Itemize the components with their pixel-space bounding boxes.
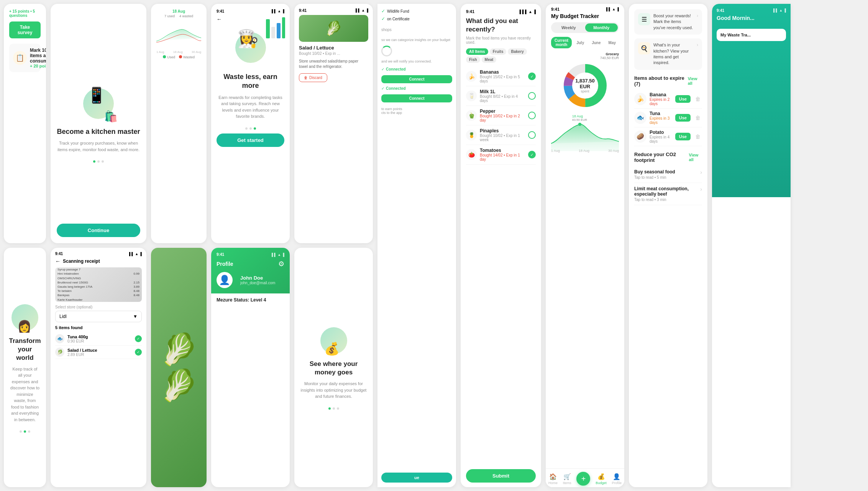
banana-icon: 🍌 [466,71,477,82]
pepper-sub: Bought 10/02 • Exp in 2 day [480,114,525,122]
potato-expire-icon: 🥔 [634,130,646,143]
nav-home[interactable]: 🏠 Home [548,473,558,485]
transform-title: Transform your world [9,337,41,362]
receipt-image: Syrup passage 7 Hini Intiatrodien0.99 OM… [55,267,142,302]
money-title: See where your money goes [300,360,367,377]
tuna-use-btn[interactable]: Use [675,114,691,122]
transform-card: 👩 Transform your world Keep track of all… [4,248,46,487]
scan-title: Scanning receipt [63,259,100,264]
co2-view-all[interactable]: View all [689,153,702,162]
reward-title: Mark 10 items as consumed [30,48,46,64]
morning-time: 9:41 [717,8,724,13]
usage-peak-date: 18 Aug [156,9,201,13]
expire-item-tuna: 🐟 Tuna Expires in 3 days Use 🗑 [634,109,702,127]
continue-btn[interactable]: Continue [57,224,140,237]
items-found-title: 5 items found [55,325,142,330]
nav-profile[interactable]: 👤 Profile [612,473,622,485]
potato-expire-sub: Expires in 4 days [650,135,672,143]
submit-btn[interactable]: Submit [466,469,536,483]
nav-fab[interactable]: + [576,472,590,486]
nav-items[interactable]: 🛒 Items [563,473,571,485]
july-tab[interactable]: July [573,37,587,48]
store-select[interactable]: Lidl ▼ [55,311,142,322]
co2-item-seasonal[interactable]: › Buy seasonal food Tap to read • 5 min [634,166,702,183]
pineapple-sub: Bought 10/02 • Exp in 1 week [480,133,525,142]
loading-spinner [381,46,392,56]
filter-all[interactable]: All Items [466,48,488,55]
waste-time: 9:41 [217,9,224,13]
food-item-bananas: 🍌 Bananas Bought 15/02 • Exp in 5 days ✓ [466,67,536,86]
wasted-count: 4 wasted [179,14,193,18]
transform-dots [20,430,30,433]
kitchen-icon: 🍳 [638,42,650,54]
filter-bakery[interactable]: Bakery [508,48,527,55]
connect-btn-2[interactable]: Connect [381,94,452,102]
lettuce-sub: Bought 10/02 • Exp in ... [299,51,368,56]
co2-meat-title: Limit meat consumption, especially beef [634,186,702,197]
lettuce-name: Salad / Lettuce [299,45,368,51]
scan-back-icon[interactable]: ← [55,258,61,264]
pepper-check[interactable] [528,112,536,119]
reward-points: + 20 points [30,64,46,68]
lettuce-bg: 🥬🥬 [151,248,207,487]
store-label: Select store (optional) [55,305,142,309]
salad-scan-check[interactable]: ✓ [135,349,142,356]
food-item-pepper: 🫑 Pepper Bought 10/02 • Exp in 2 day [466,106,536,125]
filter-meat[interactable]: Meat [482,56,497,63]
banana-sub: Bought 15/02 • Exp in 5 days [480,75,525,83]
profile-card: 9:41 ▌▌ ▲ ▐ Profile ⚙ 👤 John Doe john_do… [211,248,290,487]
pineapple-check[interactable] [528,131,536,139]
co2-item-meat[interactable]: › Limit meat consumption, especially bee… [634,183,702,205]
pineapple-name: Pinaples [480,128,525,133]
monthly-btn[interactable]: Monthly [585,23,618,32]
continue-partial-btn[interactable]: ue [381,473,452,483]
food-list-subtitle: Mark the food items you have recently us… [466,36,536,44]
banana-use-btn[interactable]: Use [675,95,691,103]
boost-arrow: › [697,13,698,18]
get-started-btn[interactable]: Get started [217,133,284,147]
potato-use-btn[interactable]: Use [675,133,691,140]
food-items-list: 🍌 Bananas Bought 15/02 • Exp in 5 days ✓… [466,67,536,165]
co2-arrow-2: › [700,186,702,192]
usage-x-labels: 1 Aug 18 Aug 30 Aug [156,50,201,54]
may-tab[interactable]: May [605,37,619,48]
tuna-scan-icon: 🐟 [55,334,64,343]
current-month-tab[interactable]: Current month [551,37,572,48]
kitchen-arrow: › [697,42,698,48]
tuna-scan-price: 0.90 EUR [67,339,132,343]
nav-budget[interactable]: 💰 Budget [596,473,607,485]
partial-left-card: ✓ Wildlife Fund ✓ on Certificate shops s… [377,4,456,487]
milk-icon: 🥛 [466,91,477,101]
co2-arrow-1: › [700,169,702,175]
filter-fish[interactable]: Fish [466,56,480,63]
discard-btn[interactable]: 🗑 Discard [299,73,327,82]
profile-title: Profile [217,261,233,267]
milk-check[interactable] [528,92,536,100]
food-list-title: What did you eat recently? [466,17,536,34]
co2-title: Reduce your CO2 footprint [634,152,689,163]
banana-trash-btn[interactable]: 🗑 [694,95,702,103]
tomato-check[interactable]: ✓ [528,151,536,158]
month-tabs: Current month July June May [551,37,619,48]
waste-back-icon[interactable]: ← [217,16,222,22]
connect-btn-1[interactable]: Connect [381,75,452,83]
signal-icon: ▌▌▌ [520,10,528,14]
tuna-trash-btn[interactable]: 🗑 [694,114,702,122]
settings-icon[interactable]: ⚙ [278,260,284,268]
potato-trash-btn[interactable]: 🗑 [694,133,702,140]
filter-fruits[interactable]: Fruits [490,48,507,55]
tomato-name: Tomatoes [480,148,525,153]
banana-check[interactable]: ✓ [528,72,536,80]
lettuce-detail-img: 🥬 [299,15,368,42]
take-survey-btn[interactable]: Take survey [9,21,41,38]
connects-to-app: cts to the app [381,111,452,115]
banana-expire-icon: 🍌 [634,93,646,105]
expire-item-banana: 🍌 Banana Expires in 2 days Use 🗑 [634,90,702,109]
fab-add[interactable]: + [576,472,590,486]
tuna-scan-check[interactable]: ✓ [135,335,142,342]
kitchen-title: Become a kitchen master [57,127,140,136]
june-tab[interactable]: June [589,37,604,48]
food-item-pineapple: 🍍 Pinaples Bought 10/02 • Exp in 1 week [466,125,536,145]
weekly-btn[interactable]: Weekly [552,23,585,32]
expire-view-all[interactable]: View all [688,76,702,86]
